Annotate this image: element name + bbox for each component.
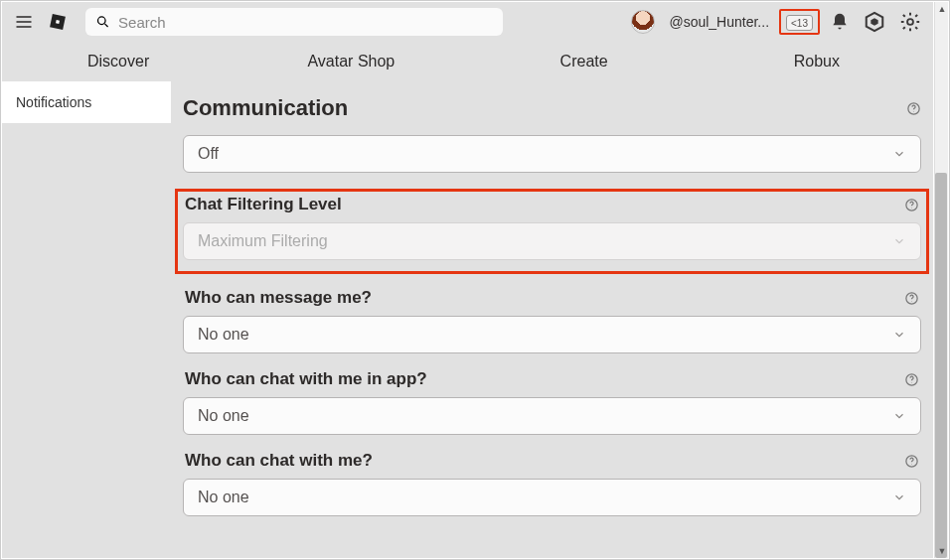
select-value: No one xyxy=(198,407,249,425)
field-who-chat: Who can chat with me? No one xyxy=(183,451,921,516)
scroll-thumb[interactable] xyxy=(935,173,947,558)
sidebar-tab-notifications[interactable]: Notifications xyxy=(2,81,171,123)
search-icon xyxy=(95,14,110,30)
select-chat-filtering: Maximum Filtering xyxy=(183,222,921,260)
topbar: @soul_Hunter... <13 xyxy=(2,2,933,42)
age-badge: <13 xyxy=(786,15,813,31)
highlighted-chat-filtering-group: Chat Filtering Level Maximum Filtering xyxy=(175,189,929,274)
vertical-scrollbar[interactable]: ▲ ▼ xyxy=(934,2,948,558)
svg-point-9 xyxy=(907,19,913,25)
svg-point-11 xyxy=(913,111,914,112)
scroll-up-button[interactable]: ▲ xyxy=(935,2,949,16)
scroll-down-button[interactable]: ▼ xyxy=(935,544,949,558)
select-who-chat[interactable]: No one xyxy=(183,479,921,516)
avatar[interactable] xyxy=(631,10,655,34)
sidebar-tab-label: Notifications xyxy=(16,94,91,110)
field-label: Who can chat with me? xyxy=(185,451,373,471)
chevron-down-icon xyxy=(892,409,906,423)
nav-robux[interactable]: Robux xyxy=(701,53,933,70)
hamburger-menu-button[interactable] xyxy=(14,12,34,32)
field-who-chat-in-app: Who can chat with me in app? No one xyxy=(183,369,921,435)
main-nav: Discover Avatar Shop Create Robux xyxy=(2,42,933,81)
svg-point-19 xyxy=(911,464,912,465)
svg-rect-4 xyxy=(56,20,60,24)
chevron-down-icon xyxy=(892,328,906,342)
help-icon[interactable] xyxy=(904,198,919,212)
notifications-bell-icon[interactable] xyxy=(830,12,850,32)
select-value: Maximum Filtering xyxy=(198,232,328,250)
field-label: Who can message me? xyxy=(185,288,372,308)
roblox-logo-icon[interactable] xyxy=(48,12,68,32)
select-value: Off xyxy=(198,145,219,163)
svg-point-17 xyxy=(911,382,912,383)
svg-marker-8 xyxy=(871,18,877,25)
settings-panel: Communication Off Chat Filtering Level xyxy=(171,81,933,558)
svg-point-5 xyxy=(98,17,106,25)
help-icon[interactable] xyxy=(904,372,919,387)
help-icon[interactable] xyxy=(906,101,921,116)
settings-sidebar: Notifications xyxy=(2,81,171,558)
select-value: No one xyxy=(198,326,249,344)
chevron-down-icon xyxy=(892,490,906,504)
section-title: Communication xyxy=(183,95,348,121)
field-label: Who can chat with me in app? xyxy=(185,369,427,389)
settings-gear-icon[interactable] xyxy=(899,11,921,33)
field-communication-master: Off xyxy=(183,135,921,173)
select-value: No one xyxy=(198,489,249,506)
search-input[interactable] xyxy=(118,14,493,31)
nav-discover[interactable]: Discover xyxy=(2,53,235,70)
select-communication-master[interactable]: Off xyxy=(183,135,921,173)
nav-avatar-shop[interactable]: Avatar Shop xyxy=(235,53,467,70)
select-who-chat-in-app[interactable]: No one xyxy=(183,397,921,435)
select-who-message[interactable]: No one xyxy=(183,316,921,353)
nav-create[interactable]: Create xyxy=(468,53,701,70)
chevron-down-icon xyxy=(892,147,906,161)
field-label-chat-filtering: Chat Filtering Level xyxy=(185,195,342,214)
username-label[interactable]: @soul_Hunter... xyxy=(669,14,769,30)
field-who-message: Who can message me? No one xyxy=(183,288,921,353)
chevron-down-icon xyxy=(892,234,906,248)
svg-line-6 xyxy=(104,24,107,27)
help-icon[interactable] xyxy=(904,454,919,469)
svg-point-13 xyxy=(911,208,912,209)
age-badge-highlight: <13 xyxy=(783,12,816,33)
search-box[interactable] xyxy=(85,8,503,36)
robux-hexagon-icon[interactable] xyxy=(864,11,885,33)
svg-point-15 xyxy=(911,301,912,302)
help-icon[interactable] xyxy=(904,291,919,306)
